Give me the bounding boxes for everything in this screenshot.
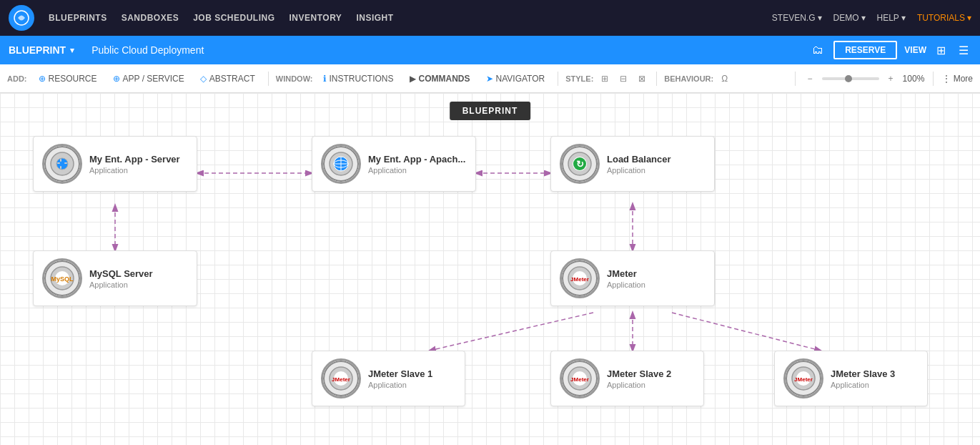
- node-slave3-info: JMeter Slave 3 Application: [831, 368, 895, 389]
- node-slave1-subtitle: Application: [368, 381, 432, 389]
- node-jmeter-slave2[interactable]: JMeter JMeter Slave 2 Application: [550, 351, 704, 406]
- tutorials-menu[interactable]: TUTORIALS ▾: [917, 13, 971, 23]
- help-menu[interactable]: HELP ▾: [877, 13, 906, 23]
- node-ent-apache-info: My Ent. App - Apach... Application: [368, 154, 465, 175]
- navigator-button[interactable]: ➤ NAVIGATOR: [480, 72, 551, 86]
- node-jmeter-subtitle: Application: [607, 280, 645, 289]
- more-button[interactable]: ⋮ More: [942, 74, 973, 84]
- blueprint-canvas-label: BLUEPRINT: [450, 102, 531, 120]
- nav-sandboxes[interactable]: SANDBOXES: [122, 13, 179, 23]
- menu-icon[interactable]: ☰: [956, 41, 971, 60]
- add-resource[interactable]: ⊕ RESOURCE: [33, 72, 103, 86]
- divider-4: [795, 72, 796, 86]
- view-button[interactable]: VIEW: [904, 45, 926, 55]
- canvas: BLUEPRINT My Ent. App - Server Applicati…: [0, 93, 980, 445]
- nav-insight[interactable]: INSIGHT: [356, 13, 393, 23]
- zoom-handle: [845, 75, 852, 82]
- divider-1: [268, 72, 269, 86]
- style-label: STYLE:: [565, 74, 593, 83]
- node-slave2-info: JMeter Slave 2 Application: [607, 368, 671, 389]
- nav-job-scheduling[interactable]: JOB SCHEDULING: [193, 13, 274, 23]
- clipboard-icon[interactable]: 🗂: [809, 41, 826, 59]
- node-slave1-icon: JMeter: [321, 358, 361, 398]
- zoom-slider[interactable]: [822, 77, 879, 80]
- nav-inventory[interactable]: INVENTORY: [289, 13, 342, 23]
- svg-text:MySQL: MySQL: [51, 275, 74, 283]
- svg-rect-5: [60, 159, 61, 162]
- node-slave1-title: JMeter Slave 1: [368, 368, 432, 379]
- node-ent-apache-subtitle: Application: [368, 166, 465, 175]
- node-slave3-subtitle: Application: [831, 381, 895, 389]
- node-ent-server-icon: [42, 144, 82, 184]
- behaviour-label: BEHAVIOUR:: [664, 74, 713, 83]
- nav-links: BLUEPRINTS SANDBOXES JOB SCHEDULING INVE…: [49, 13, 758, 23]
- svg-text:JMeter: JMeter: [332, 376, 350, 383]
- zoom-plus[interactable]: +: [885, 72, 897, 85]
- nav-blueprints[interactable]: BLUEPRINTS: [49, 13, 107, 23]
- commands-button[interactable]: ▶ COMMANDS: [404, 72, 476, 86]
- node-jmeter-slave1[interactable]: JMeter JMeter Slave 1 Application: [312, 351, 465, 406]
- node-jmeter-info: JMeter Application: [607, 268, 645, 289]
- svg-rect-7: [57, 162, 60, 164]
- toolbar-right: − + 100% ⋮ More: [792, 72, 973, 86]
- add-label: ADD:: [7, 74, 27, 83]
- blueprint-name: Public Cloud Deployment: [91, 44, 204, 56]
- blueprint-bar-right: 🗂 RESERVE VIEW ⊞ ☰: [809, 41, 971, 60]
- demo-menu[interactable]: DEMO ▾: [833, 13, 866, 23]
- grid-icon[interactable]: ⊞: [934, 41, 949, 60]
- svg-rect-8: [64, 162, 67, 164]
- add-app-service[interactable]: ⊕ APP / SERVICE: [107, 72, 190, 86]
- window-label: WINDOW:: [276, 74, 313, 83]
- node-ent-server[interactable]: My Ent. App - Server Application: [33, 136, 197, 192]
- node-lb-info: Load Balancer Application: [607, 154, 671, 175]
- divider-2: [558, 72, 558, 86]
- node-jmeter[interactable]: JMeter JMeter Application: [550, 250, 715, 306]
- node-lb-icon: ↻: [560, 144, 600, 184]
- arrow-jmeter-slave3: [672, 313, 821, 351]
- style-btn-2[interactable]: ⊟: [616, 72, 630, 85]
- node-slave3-title: JMeter Slave 3: [831, 368, 895, 379]
- zoom-level: 100%: [903, 74, 925, 84]
- behaviour-icon[interactable]: Ω: [718, 72, 731, 85]
- node-mysql-subtitle: Application: [89, 280, 153, 289]
- instructions-button[interactable]: ℹ INSTRUCTIONS: [317, 72, 400, 86]
- node-slave2-title: JMeter Slave 2: [607, 368, 671, 379]
- node-mysql[interactable]: MySQL MySQL Server Application: [33, 250, 197, 306]
- node-mysql-info: MySQL Server Application: [89, 268, 153, 289]
- node-ent-server-info: My Ent. App - Server Application: [89, 154, 180, 175]
- reserve-button[interactable]: RESERVE: [833, 41, 897, 59]
- node-ent-apache-icon: [321, 144, 361, 184]
- arrow-jmeter-slave1: [430, 313, 593, 351]
- node-slave1-info: JMeter Slave 1 Application: [368, 368, 432, 389]
- node-ent-server-subtitle: Application: [89, 166, 180, 175]
- add-abstract[interactable]: ◇ ABSTRACT: [194, 72, 261, 86]
- divider-3: [656, 72, 657, 86]
- node-slave2-subtitle: Application: [607, 381, 671, 389]
- node-ent-apache-title: My Ent. App - Apach...: [368, 154, 465, 165]
- svg-text:JMeter: JMeter: [570, 376, 589, 383]
- node-ent-apache[interactable]: My Ent. App - Apach... Application: [312, 136, 476, 192]
- node-slave2-icon: JMeter: [560, 358, 600, 398]
- node-jmeter-title: JMeter: [607, 268, 645, 279]
- node-mysql-title: MySQL Server: [89, 268, 153, 279]
- nav-right-area: STEVEN.G ▾ DEMO ▾ HELP ▾ TUTORIALS ▾: [772, 13, 971, 23]
- style-btn-1[interactable]: ⊞: [598, 72, 612, 85]
- toolbar: ADD: ⊕ RESOURCE ⊕ APP / SERVICE ◇ ABSTRA…: [0, 64, 980, 93]
- svg-text:JMeter: JMeter: [794, 376, 813, 383]
- node-load-balancer[interactable]: ↻ Load Balancer Application: [550, 136, 715, 192]
- node-jmeter-icon: JMeter: [560, 258, 600, 298]
- top-navigation: BLUEPRINTS SANDBOXES JOB SCHEDULING INVE…: [0, 0, 980, 36]
- user-menu[interactable]: STEVEN.G ▾: [772, 13, 822, 23]
- node-jmeter-slave3[interactable]: JMeter JMeter Slave 3 Application: [774, 351, 928, 406]
- zoom-minus[interactable]: −: [804, 72, 816, 85]
- logo[interactable]: [9, 5, 34, 31]
- blueprint-title[interactable]: BLUEPRINT ▾: [9, 44, 74, 56]
- blueprint-bar: BLUEPRINT ▾ Public Cloud Deployment 🗂 RE…: [0, 36, 980, 64]
- node-lb-title: Load Balancer: [607, 154, 671, 165]
- node-lb-subtitle: Application: [607, 166, 671, 175]
- svg-text:JMeter: JMeter: [570, 276, 589, 283]
- style-btn-3[interactable]: ⊠: [635, 72, 649, 85]
- svg-text:↻: ↻: [576, 159, 584, 170]
- node-mysql-icon: MySQL: [42, 258, 82, 298]
- node-slave3-icon: JMeter: [783, 358, 823, 398]
